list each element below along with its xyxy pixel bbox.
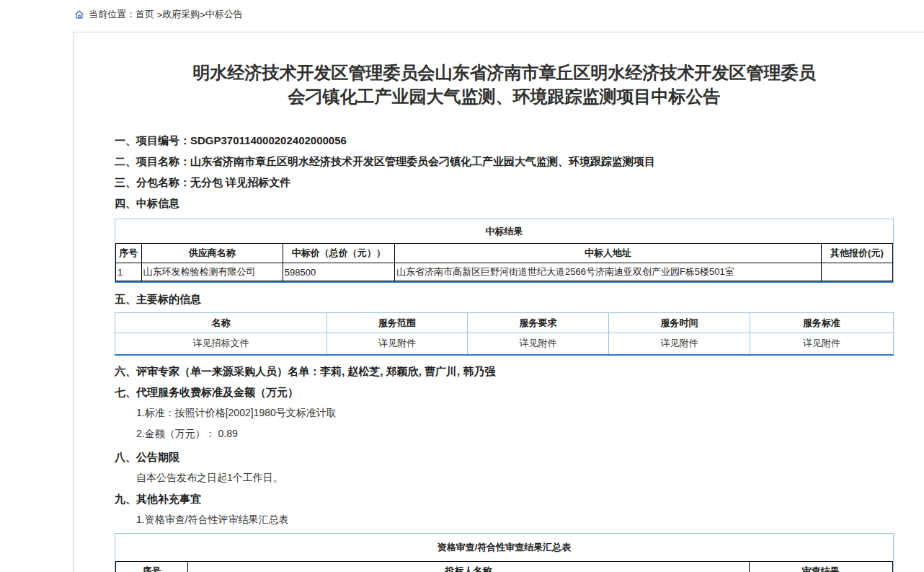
col-header-supplier: 供应商名称: [141, 244, 283, 263]
page-title: 明水经济技术开发区管理委员会山东省济南市章丘区明水经济技术开发区管理委员 会刁镇…: [115, 61, 894, 108]
section-project-name: 二、项目名称：山东省济南市章丘区明水经济技术开发区管理委员会刁镇化工产业园大气监…: [115, 151, 894, 172]
page-title-line2: 会刁镇化工产业园大气监测、环境跟踪监测项目中标公告: [115, 84, 894, 108]
col-header-seq: 序号: [116, 244, 142, 263]
agency-fee-standard: 1.标准：按照计价格[2002]1980号文标准计取: [136, 402, 894, 423]
table-header-row: 名称 服务范围 服务要求 服务时间 服务标准: [115, 313, 894, 333]
bid-result-table-caption: 中标结果: [115, 219, 893, 243]
breadcrumb: 当前位置： 首页 > 政府采购 > 中标公告: [74, 8, 243, 21]
col-header-review-result: 审查结果: [749, 561, 892, 572]
cell-supplier: 山东环发检验检测有限公司: [141, 263, 283, 281]
breadcrumb-link-bid-announcement[interactable]: 中标公告: [205, 8, 243, 21]
bid-result-table: 中标结果 序号 供应商名称 中标价（总价（元）） 中标人地址 其他报价(元) 1…: [115, 219, 894, 283]
table-header-row: 序号 投标人名称 审查结果: [116, 561, 893, 572]
subject-info-table: 名称 服务范围 服务要求 服务时间 服务标准 详见招标文件 详见附件 详见附件 …: [115, 312, 894, 356]
section-subpackage-name: 三、分包名称：无分包 详见招标文件: [115, 172, 894, 193]
cell-price: 598500: [283, 263, 394, 281]
col-header-time: 服务时间: [608, 313, 750, 333]
cell-standard: 详见附件: [750, 333, 894, 355]
other-matters-item: 1.资格审查/符合性评审结果汇总表: [136, 509, 894, 530]
col-header-scope: 服务范围: [326, 313, 467, 333]
home-icon: [74, 9, 84, 19]
table-row: 1 山东环发检验检测有限公司 598500 山东省济南市高新区巨野河街道世纪大道…: [116, 263, 893, 281]
section-project-number: 一、项目编号：SDGP370114000202402000056: [115, 130, 894, 151]
qualification-review-table: 资格审查/符合性审查结果汇总表 序号 投标人名称 审查结果: [115, 533, 894, 572]
announcement-period-text: 自本公告发布之日起1个工作日。: [136, 467, 894, 488]
cell-time: 详见附件: [608, 333, 750, 355]
table-header-row: 序号 供应商名称 中标价（总价（元）） 中标人地址 其他报价(元): [116, 244, 893, 263]
col-header-bidder-name: 投标人名称: [188, 561, 749, 572]
col-header-name: 名称: [115, 313, 327, 333]
cell-seq: 1: [116, 263, 142, 281]
section-subject-info-heading: 五、主要标的信息: [115, 289, 894, 309]
col-header-other-quote: 其他报价(元): [821, 244, 892, 263]
breadcrumb-separator: >: [200, 9, 205, 20]
col-header-standard: 服务标准: [750, 313, 894, 333]
cell-name: 详见招标文件: [115, 333, 327, 355]
section-other-matters-heading: 九、其他补充事宜: [115, 488, 894, 509]
col-header-requirement: 服务要求: [468, 313, 608, 333]
col-header-seq: 序号: [116, 561, 188, 572]
section-bid-info-heading: 四、中标信息: [115, 193, 894, 214]
cell-other-quote: [821, 263, 892, 281]
breadcrumb-link-home[interactable]: 首页: [136, 8, 157, 21]
breadcrumb-label: 当前位置：: [89, 8, 136, 21]
cell-address: 山东省济南市高新区巨野河街道世纪大道2566号济南迪亚双创产业园F栋5楼501室: [394, 263, 821, 281]
section-announcement-period-heading: 八、公告期限: [115, 446, 894, 467]
breadcrumb-link-gov-procurement[interactable]: 政府采购: [162, 8, 200, 21]
page-title-line1: 明水经济技术开发区管理委员会山东省济南市章丘区明水经济技术开发区管理委员: [115, 61, 894, 84]
qualification-review-table-caption: 资格审查/符合性审查结果汇总表: [115, 534, 893, 561]
agency-fee-amount: 2.金额（万元）： 0.89: [136, 423, 894, 444]
section-agency-fee-heading: 七、代理服务收费标准及金额（万元）: [115, 382, 894, 402]
breadcrumb-separator: >: [157, 9, 163, 20]
col-header-price: 中标价（总价（元））: [283, 244, 394, 263]
cell-requirement: 详见附件: [468, 333, 608, 355]
cell-scope: 详见附件: [326, 333, 467, 355]
col-header-address: 中标人地址: [394, 244, 821, 263]
table-row: 详见招标文件 详见附件 详见附件 详见附件 详见附件: [115, 333, 894, 355]
section-experts: 六、评审专家（单一来源采购人员）名单：李莉, 赵松芝, 郑颖欣, 曹广川, 韩乃…: [115, 361, 894, 382]
announcement-card: 明水经济技术开发区管理委员会山东省济南市章丘区明水经济技术开发区管理委员 会刁镇…: [73, 32, 924, 572]
